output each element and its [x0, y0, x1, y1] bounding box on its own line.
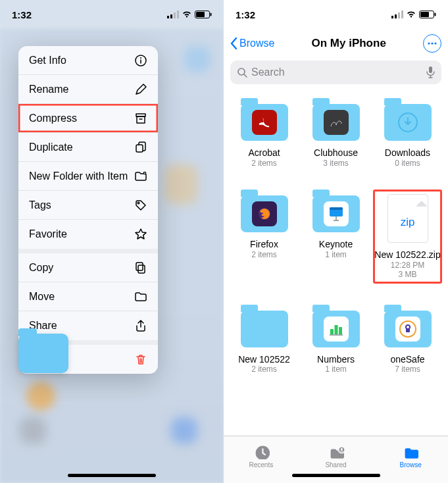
svg-rect-35 — [339, 327, 342, 334]
tile-meta: 1 item — [325, 365, 347, 374]
mic-icon[interactable] — [426, 66, 435, 78]
tile-meta: 2 items — [251, 365, 277, 374]
ctx-label: Favorite — [29, 228, 67, 240]
cellular-icon — [391, 11, 403, 18]
ctx-label: Move — [29, 291, 55, 303]
ctx-info[interactable]: Get Info — [18, 46, 158, 75]
tile-name: Downloads — [385, 147, 430, 159]
ctx-label: Get Info — [29, 55, 66, 66]
ctx-copy[interactable]: Copy — [18, 253, 158, 282]
status-bar: 1:32 — [0, 0, 224, 29]
ctx-label: Rename — [29, 84, 68, 95]
ctx-pencil[interactable]: Rename — [18, 75, 158, 104]
tile-name: New 102522.zip — [374, 249, 440, 261]
copy-icon — [134, 261, 147, 274]
svg-rect-11 — [136, 145, 143, 152]
svg-rect-32 — [330, 207, 343, 210]
svg-rect-34 — [334, 325, 337, 334]
tile-name: Keynote — [319, 239, 353, 250]
svg-rect-16 — [391, 16, 393, 18]
svg-point-23 — [428, 42, 430, 44]
files-browse-screen: 1:32 Browse On My iPhone Search Acrobat … — [224, 0, 448, 483]
file-tile[interactable]: Numbers 1 item — [302, 305, 370, 374]
ctx-duplicate[interactable]: Duplicate — [18, 133, 158, 162]
tab-label: Browse — [400, 461, 422, 469]
svg-rect-10 — [137, 116, 145, 123]
svg-point-25 — [434, 42, 436, 44]
file-tile[interactable]: oneSafe 7 items — [374, 305, 441, 374]
ctx-star[interactable]: Favorite — [18, 220, 158, 249]
browse-icon — [402, 444, 419, 459]
share-icon — [134, 319, 147, 332]
ctx-label: Tags — [29, 199, 51, 211]
folder-icon — [384, 311, 432, 347]
svg-point-24 — [431, 42, 433, 44]
home-indicator — [292, 474, 380, 477]
svg-rect-15 — [136, 263, 143, 270]
svg-rect-22 — [435, 13, 436, 16]
tile-name: New 102522 — [238, 354, 290, 365]
folder-icon — [241, 311, 288, 347]
file-tile[interactable]: Keynote 1 item — [302, 190, 370, 283]
svg-rect-0 — [167, 16, 169, 18]
ctx-folder[interactable]: Move — [18, 282, 158, 311]
chevron-left-icon — [230, 37, 238, 50]
tile-name: oneSafe — [390, 354, 424, 365]
back-button[interactable]: Browse — [230, 37, 274, 50]
file-tile[interactable]: zip New 102522.zip 12:28 PM 3 MB — [374, 190, 441, 283]
ellipsis-icon — [428, 42, 437, 45]
tile-meta: 7 items — [395, 365, 420, 374]
tile-name: Acrobat — [248, 147, 280, 159]
svg-rect-33 — [330, 329, 334, 334]
svg-rect-17 — [395, 14, 397, 18]
ctx-label: New Folder with Item — [29, 170, 128, 182]
search-icon — [237, 67, 247, 78]
page-title: On My iPhone — [312, 37, 386, 50]
status-bar: 1:32 — [224, 0, 448, 29]
tab-label: Shared — [325, 461, 346, 469]
more-button[interactable] — [423, 34, 441, 53]
file-tile[interactable]: Acrobat 2 items — [230, 99, 298, 168]
folder-icon — [312, 195, 360, 232]
svg-rect-5 — [196, 12, 205, 17]
tile-meta2: 3 MB — [398, 270, 416, 279]
battery-icon — [195, 11, 212, 18]
wifi-icon — [182, 11, 192, 18]
ctx-archive[interactable]: Compress — [18, 104, 158, 133]
svg-rect-36 — [330, 334, 343, 336]
pencil-icon — [134, 83, 147, 96]
svg-rect-18 — [398, 13, 400, 18]
files-grid: Acrobat 2 items Clubhouse 3 items Downlo… — [224, 87, 448, 374]
svg-rect-21 — [420, 12, 429, 17]
svg-rect-1 — [170, 14, 172, 18]
status-icons — [391, 11, 436, 18]
folder-icon — [134, 290, 147, 303]
tab-browse[interactable]: Browse — [373, 436, 448, 483]
zip-file-icon: zip — [387, 194, 428, 243]
svg-rect-3 — [177, 11, 179, 18]
status-time: 1:32 — [12, 9, 32, 20]
file-tile[interactable]: Downloads 0 items — [374, 99, 441, 168]
search-field[interactable]: Search — [230, 61, 441, 84]
tile-meta: 1 item — [325, 250, 347, 259]
ctx-label: Duplicate — [29, 141, 73, 153]
svg-rect-14 — [138, 265, 145, 273]
svg-point-13 — [137, 202, 139, 204]
tile-meta: 2 items — [251, 159, 277, 168]
ctx-tag[interactable]: Tags — [18, 191, 158, 220]
file-tile[interactable]: New 102522 2 items — [230, 305, 298, 374]
svg-rect-2 — [174, 13, 176, 18]
info-icon — [134, 54, 147, 67]
cellular-icon — [167, 11, 179, 18]
status-icons — [167, 11, 212, 18]
ctx-label: Compress — [29, 113, 77, 124]
ctx-newfolder[interactable]: New Folder with Item — [18, 162, 158, 191]
tab-recents[interactable]: Recents — [224, 436, 299, 483]
file-tile[interactable]: Clubhouse 3 items — [302, 99, 370, 168]
svg-rect-27 — [429, 66, 432, 73]
folder-icon — [384, 104, 432, 141]
svg-point-8 — [140, 57, 141, 59]
back-label: Browse — [239, 38, 274, 49]
ctx-label: Copy — [29, 262, 53, 274]
file-tile[interactable]: Firefox 2 items — [230, 190, 298, 283]
